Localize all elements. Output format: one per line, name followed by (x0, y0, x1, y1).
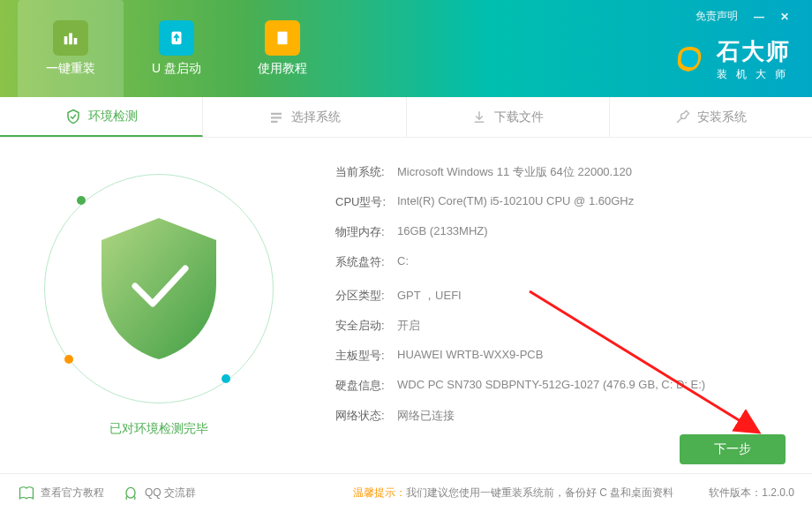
step-label: 选择系统 (291, 109, 341, 125)
list-icon (268, 109, 284, 125)
qq-icon (122, 485, 139, 502)
info-row: 主板型号:HUAWEI WRTB-WXX9-PCB (335, 348, 794, 364)
brand-logo-icon (669, 40, 708, 79)
tip-label: 温馨提示： (353, 486, 406, 499)
info-value: 16GB (2133MHZ) (397, 224, 488, 240)
svg-rect-2 (74, 38, 78, 44)
info-label: 物理内存: (335, 224, 397, 240)
footer-version: 软件版本：1.2.0.0 (709, 486, 794, 501)
env-check-status: 已对环境检测完毕 (109, 421, 208, 437)
info-value: 开启 (397, 318, 420, 334)
orbit-ring (44, 174, 274, 403)
info-value: 网络已连接 (397, 408, 455, 424)
info-label: 分区类型: (335, 288, 397, 304)
orbit-dot (77, 196, 86, 205)
system-info-panel: 当前系统:Microsoft Windows 11 专业版 64位 22000.… (318, 138, 812, 473)
info-value: C: (397, 254, 409, 270)
info-label: 安全启动: (335, 318, 397, 334)
svg-rect-5 (271, 112, 282, 114)
official-tutorial-link[interactable]: 查看官方教程 (18, 485, 104, 502)
svg-rect-4 (278, 32, 288, 45)
step-install[interactable]: 安装系统 (610, 97, 812, 137)
svg-rect-0 (64, 36, 68, 44)
chart-bar-icon (53, 20, 88, 56)
info-row: 分区类型:GPT ，UEFI (335, 288, 794, 304)
step-download[interactable]: 下载文件 (407, 97, 610, 137)
header-tabs: 一键重装 U 盘启动 使用教程 (0, 0, 335, 97)
qq-group-link[interactable]: QQ 交流群 (122, 485, 196, 502)
tab-label: U 盘启动 (152, 61, 201, 77)
brand-subtitle: 装机大师 (717, 67, 794, 82)
info-label: 硬盘信息: (335, 378, 397, 394)
brand-title: 石大师 (717, 36, 794, 67)
info-row: CPU型号:Intel(R) Core(TM) i5-10210U CPU @ … (335, 194, 794, 210)
wrench-icon (674, 109, 690, 125)
version-label: 软件版本： (709, 486, 762, 499)
tab-label: 一键重装 (46, 61, 95, 77)
shield-panel: 已对环境检测完毕 (0, 138, 318, 473)
svg-point-8 (126, 487, 135, 498)
version-value: 1.2.0.0 (762, 486, 794, 499)
app-header: 一键重装 U 盘启动 使用教程 免责声明 — ✕ 石大师 (0, 0, 812, 97)
minimize-button[interactable]: — (754, 11, 764, 23)
link-label: QQ 交流群 (145, 486, 196, 501)
info-row: 当前系统:Microsoft Windows 11 专业版 64位 22000.… (335, 164, 794, 180)
info-label: 网络状态: (335, 408, 397, 424)
info-value: Microsoft Windows 11 专业版 64位 22000.120 (397, 164, 632, 180)
brand: 石大师 装机大师 (669, 36, 794, 82)
svg-rect-7 (271, 120, 278, 122)
window-controls: 免责声明 — ✕ (690, 0, 794, 33)
content-area: 已对环境检测完毕 当前系统:Microsoft Windows 11 专业版 6… (0, 138, 812, 473)
info-value: GPT ，UEFI (397, 288, 462, 304)
footer: 查看官方教程 QQ 交流群 温馨提示：我们建议您使用一键重装系统前，备份好 C … (0, 473, 812, 512)
step-label: 安装系统 (697, 109, 747, 125)
shield-check-icon (65, 109, 81, 124)
svg-rect-1 (69, 34, 72, 45)
link-label: 查看官方教程 (41, 486, 104, 501)
orbit-dot (222, 374, 230, 383)
tip-text: 我们建议您使用一键重装系统前，备份好 C 盘和桌面资料 (406, 486, 673, 499)
tab-usb-boot[interactable]: U 盘启动 (124, 0, 229, 97)
info-row: 安全启动:开启 (335, 318, 794, 334)
info-row: 物理内存:16GB (2133MHZ) (335, 224, 794, 240)
next-button[interactable]: 下一步 (680, 434, 786, 464)
step-select-system[interactable]: 选择系统 (203, 97, 406, 137)
step-label: 环境检测 (88, 109, 138, 124)
info-row: 硬盘信息:WDC PC SN730 SDBPNTY-512G-1027 (476… (335, 378, 794, 394)
info-label: 当前系统: (335, 164, 397, 180)
download-icon (471, 109, 487, 125)
step-bar: 环境检测 选择系统 下载文件 安装系统 (0, 97, 812, 138)
footer-tip: 温馨提示：我们建议您使用一键重装系统前，备份好 C 盘和桌面资料 (353, 486, 673, 501)
svg-rect-6 (271, 117, 282, 118)
tab-label: 使用教程 (258, 61, 307, 77)
usb-icon (159, 20, 194, 56)
info-value: WDC PC SN730 SDBPNTY-512G-1027 (476.9 GB… (397, 378, 705, 394)
tab-tutorial[interactable]: 使用教程 (229, 0, 335, 97)
header-right: 免责声明 — ✕ 石大师 装机大师 (669, 0, 794, 97)
info-value: HUAWEI WRTB-WXX9-PCB (397, 348, 543, 364)
step-label: 下载文件 (494, 109, 544, 125)
tab-reinstall[interactable]: 一键重装 (18, 0, 124, 97)
disclaimer-link[interactable]: 免责声明 (695, 9, 738, 24)
info-row: 系统盘符:C: (335, 254, 794, 270)
info-row: 网络状态:网络已连接 (335, 408, 794, 424)
step-env-check[interactable]: 环境检测 (0, 97, 203, 137)
info-label: CPU型号: (335, 194, 397, 210)
info-label: 系统盘符: (335, 254, 397, 270)
orbit-dot (64, 355, 73, 364)
book-open-icon (18, 485, 35, 502)
book-icon (265, 20, 300, 56)
info-value: Intel(R) Core(TM) i5-10210U CPU @ 1.60GH… (397, 194, 634, 210)
close-button[interactable]: ✕ (780, 11, 789, 23)
shield-icon (93, 214, 225, 364)
info-label: 主板型号: (335, 348, 397, 364)
